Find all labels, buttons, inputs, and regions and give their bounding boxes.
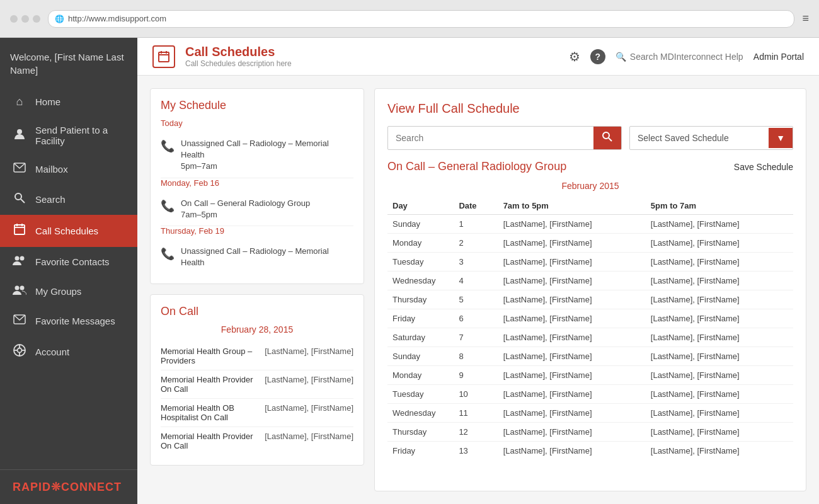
search-row: Select Saved Schedule ▼: [387, 126, 793, 150]
cell-date: 3: [454, 253, 498, 272]
page-header-icon: [152, 45, 175, 68]
schedule-search-input[interactable]: [388, 127, 593, 149]
sidebar-label-mailbox: Mailbox: [35, 164, 68, 175]
cell-col1: [LastName], [FirstName]: [498, 272, 646, 290]
sidebar: Welcome, [First Name Last Name] ⌂ Home S…: [0, 38, 137, 504]
browser-dots: [10, 15, 40, 23]
cell-col1: [LastName], [FirstName]: [498, 215, 646, 234]
table-row: Friday 6 [LastName], [FirstName] [LastNa…: [387, 309, 793, 328]
help-icon[interactable]: ?: [590, 49, 605, 64]
on-call-row-3: Memorial Health OB Hospitalist On Call […: [161, 399, 353, 427]
my-schedule-card: My Schedule Today 📞 Unassigned Call – Ra…: [150, 88, 364, 284]
sidebar-item-mailbox[interactable]: Mailbox: [0, 154, 137, 184]
full-schedule-table: Day Date 7am to 5pm 5pm to 7am Sunday 1 …: [387, 197, 793, 460]
left-panel: My Schedule Today 📞 Unassigned Call – Ra…: [150, 88, 364, 491]
cell-col1: [LastName], [FirstName]: [498, 253, 646, 272]
page-title: Call Schedules: [185, 45, 559, 59]
sidebar-label-account: Account: [35, 346, 69, 357]
svg-point-14: [18, 348, 22, 353]
address-bar[interactable]: 🌐 http://www.mdisupport.com: [48, 10, 794, 28]
cell-col2: [LastName], [FirstName]: [646, 366, 793, 385]
cell-date: 1: [454, 215, 498, 234]
schedule-header-row: On Call – General Radiology Group Save S…: [387, 160, 793, 173]
right-panel: View Full Call Schedule Select Saved Sch…: [374, 88, 806, 491]
sidebar-label-call-schedules: Call Schedules: [35, 226, 98, 236]
browser-chrome: 🌐 http://www.mdisupport.com ≡: [0, 0, 819, 38]
schedule-item-2: 📞 On Call – General Radiology Group7am–5…: [161, 193, 353, 226]
schedule-text-3: Unassigned Call – Radiology – Memorial H…: [181, 246, 353, 268]
on-call-name-2: [LastName], [FirstName]: [265, 375, 353, 394]
favorite-messages-icon: [13, 314, 26, 328]
app-container: Welcome, [First Name Last Name] ⌂ Home S…: [0, 38, 819, 504]
admin-portal-link[interactable]: Admin Portal: [753, 52, 804, 62]
dot-yellow: [21, 15, 29, 23]
cell-date: 5: [454, 290, 498, 309]
full-schedule-title: View Full Call Schedule: [387, 101, 793, 116]
cell-col1: [LastName], [FirstName]: [498, 366, 646, 385]
main-content: Call Schedules Call Schedules descriptio…: [137, 38, 819, 504]
sidebar-item-home[interactable]: ⌂ Home: [0, 87, 137, 117]
schedule-text-1: Unassigned Call – Radiology – Memorial H…: [181, 138, 353, 173]
th-5to7: 5pm to 7am: [646, 197, 793, 215]
cell-day: Sunday: [387, 347, 454, 366]
cell-col1: [LastName], [FirstName]: [498, 328, 646, 347]
cell-col1: [LastName], [FirstName]: [498, 423, 646, 442]
table-row: Sunday 8 [LastName], [FirstName] [LastNa…: [387, 347, 793, 366]
cell-day: Monday: [387, 234, 454, 253]
cell-col2: [LastName], [FirstName]: [646, 215, 793, 234]
save-schedule-link[interactable]: Save Schedule: [734, 162, 793, 172]
table-row: Monday 2 [LastName], [FirstName] [LastNa…: [387, 234, 793, 253]
phone-icon-1: 📞: [161, 139, 175, 153]
content-area: My Schedule Today 📞 Unassigned Call – Ra…: [137, 76, 819, 504]
favorite-contacts-icon: [13, 255, 26, 268]
cell-date: 9: [454, 366, 498, 385]
browser-menu-icon[interactable]: ≡: [802, 12, 809, 25]
sidebar-label-favorite-messages: Favorite Messages: [35, 316, 115, 326]
schedule-date-feb16: Monday, Feb 16: [161, 178, 353, 188]
on-call-table: Memorial Health Group – Providers [LastN…: [161, 342, 353, 455]
cell-day: Tuesday: [387, 385, 454, 404]
settings-icon[interactable]: ⚙: [569, 49, 580, 64]
on-call-date: February 28, 2015: [161, 324, 353, 335]
cell-date: 11: [454, 404, 498, 423]
sidebar-item-call-schedules[interactable]: Call Schedules: [0, 215, 137, 247]
cell-date: 2: [454, 234, 498, 253]
cell-col2: [LastName], [FirstName]: [646, 234, 793, 253]
cell-day: Saturday: [387, 328, 454, 347]
cell-col2: [LastName], [FirstName]: [646, 290, 793, 309]
svg-point-9: [20, 256, 25, 261]
cell-col2: [LastName], [FirstName]: [646, 423, 793, 442]
schedule-text-2: On Call – General Radiology Group7am–5pm: [181, 198, 310, 220]
sidebar-item-favorite-contacts[interactable]: Favorite Contacts: [0, 247, 137, 277]
cell-date: 4: [454, 272, 498, 290]
cell-col2: [LastName], [FirstName]: [646, 328, 793, 347]
sidebar-item-send-patient[interactable]: Send Patient to a Facility: [0, 117, 137, 154]
on-call-card: On Call February 28, 2015 Memorial Healt…: [150, 294, 364, 466]
schedule-search-button[interactable]: [593, 127, 621, 149]
svg-line-3: [21, 199, 25, 203]
cell-col1: [LastName], [FirstName]: [498, 404, 646, 423]
my-schedule-title: My Schedule: [161, 99, 353, 112]
help-search-input[interactable]: [630, 52, 743, 62]
cell-col2: [LastName], [FirstName]: [646, 442, 793, 461]
cell-date: 13: [454, 442, 498, 461]
help-search[interactable]: 🔍: [616, 52, 743, 62]
on-call-row-4: Memorial Health Provider On Call [LastNa…: [161, 427, 353, 455]
sidebar-logo: RAPID❊CONNECT: [0, 469, 137, 504]
svg-point-23: [603, 132, 609, 139]
sidebar-item-search[interactable]: Search: [0, 184, 137, 215]
svg-point-0: [17, 129, 22, 134]
home-icon: ⌂: [13, 95, 26, 108]
url-text: http://www.mdisupport.com: [68, 14, 166, 23]
sidebar-item-my-groups[interactable]: My Groups: [0, 277, 137, 306]
on-call-name-1: [LastName], [FirstName]: [265, 346, 353, 365]
saved-schedule-select[interactable]: Select Saved Schedule: [630, 128, 769, 148]
sidebar-welcome: Welcome, [First Name Last Name]: [0, 38, 137, 87]
sidebar-item-account[interactable]: Account: [0, 336, 137, 368]
saved-schedule-dropdown-btn[interactable]: ▼: [769, 128, 793, 148]
on-call-group-title: On Call – General Radiology Group: [387, 160, 566, 173]
saved-schedule-wrap: Select Saved Schedule ▼: [629, 126, 793, 150]
on-call-title: On Call: [161, 305, 353, 318]
svg-line-24: [609, 138, 612, 141]
sidebar-item-favorite-messages[interactable]: Favorite Messages: [0, 306, 137, 336]
